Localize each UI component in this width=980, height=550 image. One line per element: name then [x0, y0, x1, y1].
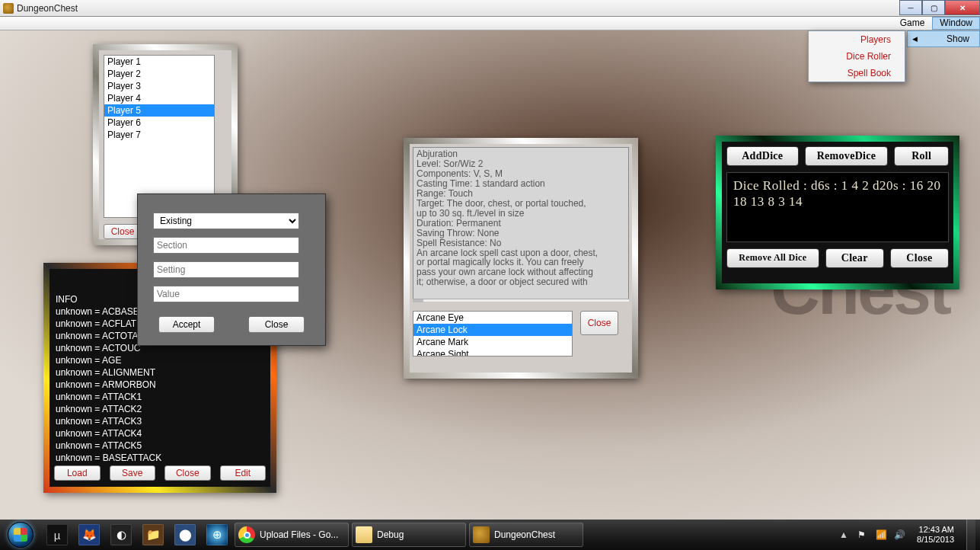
minimize-button[interactable]: ─ [899, 0, 922, 15]
app-icon-5: ⬤ [174, 524, 196, 545]
window-titlebar: DungeonChest ─ ▢ ✕ [0, 0, 980, 17]
tray-network-icon[interactable]: 📶 [876, 529, 886, 540]
players-close-button[interactable]: Close [104, 224, 142, 239]
main-canvas: Dun Chest ◀ Show Players Dice Roller Spe… [0, 30, 980, 520]
system-tray: ▲ ⚑ 📶 🔊 12:43 AM 8/15/2013 [839, 520, 980, 550]
dice-remove-all-button[interactable]: Remove All Dice [726, 248, 819, 268]
taskbar-clock[interactable]: 12:43 AM 8/15/2013 [912, 525, 959, 544]
chrome-icon [238, 526, 255, 543]
folder-icon [356, 526, 372, 543]
clock-date: 8/15/2013 [917, 535, 954, 545]
info-row[interactable]: unknown = BASEATTACK [53, 452, 267, 461]
app-icon-4: 📁 [142, 524, 164, 545]
task-button[interactable]: Debug [352, 523, 466, 547]
edit-mode-select[interactable]: Existing [153, 213, 299, 229]
show-desktop-button[interactable] [966, 520, 975, 550]
spell-panel: Abjuration Level: Sor/Wiz 2 Components: … [404, 138, 638, 379]
info-row[interactable]: unknown = ATTACK2 [53, 403, 267, 415]
edit-value-input[interactable] [153, 286, 299, 302]
info-edit-button[interactable]: Edit [220, 465, 267, 481]
info-row[interactable]: unknown = ATTACK1 [53, 391, 267, 403]
tray-flag-icon[interactable]: ⚑ [857, 529, 868, 540]
maximize-button[interactable]: ▢ [922, 0, 945, 15]
gimp-icon: 🦊 [78, 524, 100, 545]
window-submenu-show[interactable]: ◀ Show [907, 30, 980, 47]
pinned-app-2[interactable]: 🦊 [73, 520, 105, 550]
dice-result-display: Dice Rolled : d6s : 1 4 2 d20s : 16 20 1… [726, 172, 949, 242]
player-row[interactable]: Player 2 [104, 68, 214, 80]
start-button[interactable] [0, 520, 41, 550]
task-button[interactable]: Upload Files - Go... [235, 523, 349, 547]
app-icon-3: ◐ [110, 524, 132, 545]
spell-row[interactable]: Arcane Mark [413, 336, 572, 348]
player-row[interactable]: Player 1 [104, 56, 214, 68]
dropdown-dice-roller[interactable]: Dice Roller [809, 48, 905, 65]
dice-close-button[interactable]: Close [890, 248, 949, 268]
pinned-app-1[interactable]: µ [41, 520, 73, 550]
info-row[interactable]: unknown = AGE [53, 354, 267, 366]
info-load-button[interactable]: Load [54, 465, 101, 481]
clock-time: 12:43 AM [917, 525, 954, 535]
info-close-button[interactable]: Close [164, 465, 211, 481]
taskbar: µ 🦊 ◐ 📁 ⬤ ⊕ Upload Files - Go...DebugDun… [0, 520, 980, 550]
pinned-app-4[interactable]: 📁 [137, 520, 169, 550]
spell-close-button[interactable]: Close [580, 311, 618, 335]
app-icon [473, 526, 490, 543]
pinned-app-5[interactable]: ⬤ [169, 520, 201, 550]
window-controls: ─ ▢ ✕ [899, 0, 980, 15]
app-icon-6: ⊕ [206, 524, 228, 545]
task-button[interactable]: DungeonChest [469, 523, 583, 547]
submenu-show-label: Show [946, 34, 969, 44]
player-row[interactable]: Player 7 [104, 129, 214, 141]
info-save-button[interactable]: Save [110, 465, 156, 481]
player-row[interactable]: Player 3 [104, 80, 214, 92]
dice-panel: AddDice RemoveDice Roll Dice Rolled : d6… [716, 136, 959, 289]
menu-game[interactable]: Game [892, 17, 933, 30]
info-row[interactable]: unknown = ATTACK3 [53, 415, 267, 427]
task-buttons: Upload Files - Go...DebugDungeonChest [233, 523, 585, 547]
menu-bar: Game Window [0, 17, 980, 30]
windows-orb-icon [8, 522, 34, 548]
app-icon [3, 3, 14, 14]
menu-window[interactable]: Window [932, 17, 980, 30]
dice-roll-button[interactable]: Roll [894, 146, 949, 166]
window-title: DungeonChest [17, 3, 78, 14]
task-label: DungeonChest [494, 529, 555, 540]
player-row[interactable]: Player 5 [104, 104, 214, 117]
pinned-app-6[interactable]: ⊕ [201, 520, 233, 550]
dropdown-players[interactable]: Players [809, 31, 905, 48]
spell-row[interactable]: Arcane Eye [413, 312, 572, 324]
tray-volume-icon[interactable]: 🔊 [894, 529, 905, 540]
edit-dialog: Existing Accept Close [137, 193, 326, 346]
player-row[interactable]: Player 6 [104, 117, 214, 129]
info-row[interactable]: unknown = ATTACK4 [53, 427, 267, 440]
edit-accept-button[interactable]: Accept [158, 316, 215, 333]
spell-row[interactable]: Arcane Lock [413, 324, 572, 336]
dropdown-spell-book[interactable]: Spell Book [809, 65, 905, 82]
close-window-button[interactable]: ✕ [945, 0, 980, 15]
info-row[interactable]: unknown = ALIGNMENT [53, 366, 267, 379]
edit-section-input[interactable] [153, 237, 299, 254]
game-dropdown: Players Dice Roller Spell Book [808, 30, 905, 82]
edit-setting-input[interactable] [153, 261, 299, 278]
spell-description[interactable]: Abjuration Level: Sor/Wiz 2 Components: … [413, 147, 629, 299]
tray-up-icon[interactable]: ▲ [839, 529, 850, 540]
submenu-arrow-icon: ◀ [912, 35, 918, 43]
utorrent-icon: µ [46, 524, 68, 545]
spell-listbox[interactable]: Arcane EyeArcane LockArcane MarkArcane S… [413, 311, 573, 357]
dice-add-button[interactable]: AddDice [726, 146, 799, 166]
dice-remove-button[interactable]: RemoveDice [805, 146, 889, 166]
task-label: Debug [377, 529, 404, 540]
info-row[interactable]: unknown = ARMORBON [53, 379, 267, 391]
task-label: Upload Files - Go... [260, 529, 338, 540]
info-row[interactable]: unknown = ATTACK5 [53, 440, 267, 452]
player-row[interactable]: Player 4 [104, 92, 214, 104]
dice-clear-button[interactable]: Clear [825, 248, 884, 268]
spell-row[interactable]: Arcane Sight [413, 348, 572, 357]
pinned-app-3[interactable]: ◐ [105, 520, 137, 550]
edit-close-button[interactable]: Close [248, 316, 305, 333]
